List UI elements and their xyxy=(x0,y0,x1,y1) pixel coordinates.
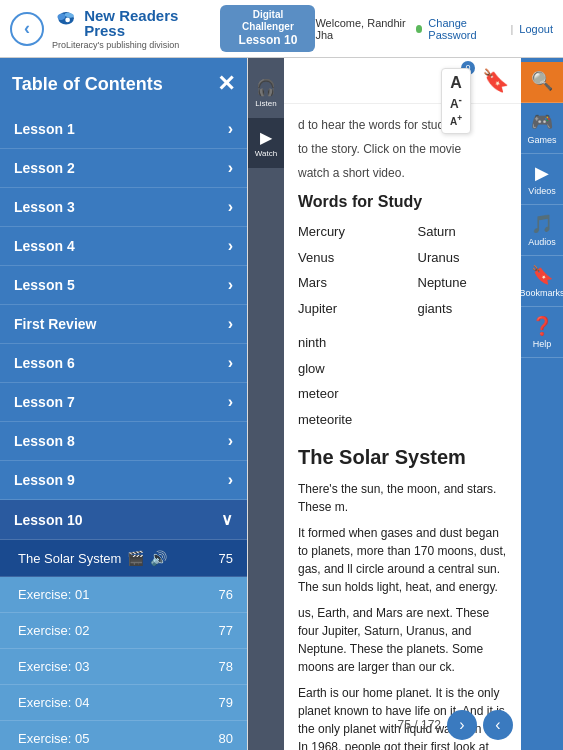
vocab-meteorite: meteorite xyxy=(298,407,507,433)
help-button[interactable]: ❓ Help xyxy=(521,307,563,358)
toc-exercise-02-page: 77 xyxy=(219,623,233,638)
toc-lesson-2-arrow: › xyxy=(228,159,233,177)
toc-exercise-03[interactable]: Exercise: 03 78 xyxy=(0,649,247,685)
logo: New Readers Press xyxy=(52,7,206,39)
word-neptune: Neptune xyxy=(418,271,508,295)
book-content: d to hear the words for study. to the st… xyxy=(284,58,521,750)
toc-exercise-03-page: 78 xyxy=(219,659,233,674)
toc-close-button[interactable]: ✕ xyxy=(217,71,235,97)
toc-lesson-7-label: Lesson 7 xyxy=(14,394,75,410)
toc-lesson-4-arrow: › xyxy=(228,237,233,255)
toc-lesson-4[interactable]: Lesson 4 › xyxy=(0,227,247,266)
page-current: 75 xyxy=(398,718,411,732)
toc-lesson-5[interactable]: Lesson 5 › xyxy=(0,266,247,305)
toc-lesson-6[interactable]: Lesson 6 › xyxy=(0,344,247,383)
bookmarks-icon: 🔖 xyxy=(531,264,553,286)
lesson-badge: Digital Challenger Lesson 10 xyxy=(220,5,315,51)
audios-icon: 🎵 xyxy=(531,213,553,235)
watch-button[interactable]: ▶ Watch xyxy=(248,118,284,168)
vocab-ninth: ninth xyxy=(298,330,507,356)
toc-lesson-8-arrow: › xyxy=(228,432,233,450)
words-grid: Mercury Saturn Venus Uranus Mars Neptune… xyxy=(298,220,507,320)
toc-lesson-2[interactable]: Lesson 2 › xyxy=(0,149,247,188)
content-top-bar: A A- A+ 📋 0 🔖 xyxy=(284,58,521,104)
content-para-3: us, Earth, and Mars are next. These four… xyxy=(298,604,507,676)
toc-lesson-7[interactable]: Lesson 7 › xyxy=(0,383,247,422)
bookmarks-label: Bookmarks xyxy=(520,288,564,298)
toc-lesson-8-label: Lesson 8 xyxy=(14,433,75,449)
toc-lesson-8[interactable]: Lesson 8 › xyxy=(0,422,247,461)
listen-button[interactable]: 🎧 Listen xyxy=(248,68,284,118)
badge-lesson: Lesson 10 xyxy=(230,33,305,47)
main-layout: Table of Contents ✕ Lesson 1 › Lesson 2 … xyxy=(0,58,563,750)
left-mini-bar: 🎧 Listen ▶ Watch xyxy=(248,58,284,750)
page-total: 172 xyxy=(421,718,441,732)
back-button[interactable]: ‹ xyxy=(10,12,44,46)
toc-exercise-05-label: Exercise: 05 xyxy=(18,731,90,746)
toc-exercise-04-label: Exercise: 04 xyxy=(18,695,90,710)
change-password-link[interactable]: Change Password xyxy=(428,17,504,41)
toc-solar-system[interactable]: The Solar System 🎬 🔊 75 xyxy=(0,540,247,577)
word-jupiter: Jupiter xyxy=(298,297,388,321)
games-label: Games xyxy=(527,135,556,145)
videos-icon: ▶ xyxy=(535,162,549,184)
games-icon: 🎮 xyxy=(531,111,553,133)
words-title: Words for Study xyxy=(298,190,507,214)
toc-lesson-3[interactable]: Lesson 3 › xyxy=(0,188,247,227)
logo-sub: ProLiteracy's publishing division xyxy=(52,40,206,50)
svg-point-3 xyxy=(65,18,70,23)
toc-lesson-4-label: Lesson 4 xyxy=(14,238,75,254)
word-giants: giants xyxy=(418,297,508,321)
toc-exercise-01-label: Exercise: 01 xyxy=(18,587,90,602)
toc-exercise-04[interactable]: Exercise: 04 79 xyxy=(0,685,247,721)
toc-exercise-01[interactable]: Exercise: 01 76 xyxy=(0,577,247,613)
watch-label: Watch xyxy=(255,149,277,158)
search-button[interactable]: 🔍 xyxy=(521,62,563,103)
content-area: 🎧 Listen ▶ Watch A A- A+ 📋 0 🔖 xyxy=(248,58,563,750)
toc-solar-system-label: The Solar System xyxy=(18,551,121,566)
word-venus: Venus xyxy=(298,246,388,270)
bookmark-button[interactable]: 🔖 xyxy=(477,63,513,99)
toc-first-review-label: First Review xyxy=(14,316,96,332)
videos-button[interactable]: ▶ Videos xyxy=(521,154,563,205)
toc-lesson-7-arrow: › xyxy=(228,393,233,411)
font-decrease-button[interactable]: A- xyxy=(450,95,462,110)
font-increase-button[interactable]: A xyxy=(450,75,462,91)
toc-lesson-9-arrow: › xyxy=(228,471,233,489)
toc-first-review[interactable]: First Review › xyxy=(0,305,247,344)
toc-list: Lesson 1 › Lesson 2 › Lesson 3 › Lesson … xyxy=(0,110,247,750)
toc-exercise-05[interactable]: Exercise: 05 80 xyxy=(0,721,247,750)
word-mars: Mars xyxy=(298,271,388,295)
games-button[interactable]: 🎮 Games xyxy=(521,103,563,154)
word-uranus: Uranus xyxy=(418,246,508,270)
audio-icon: 🔊 xyxy=(150,550,167,566)
toc-lesson-9-label: Lesson 9 xyxy=(14,472,75,488)
vocab-meteor: meteor xyxy=(298,381,507,407)
logout-link[interactable]: Logout xyxy=(519,23,553,35)
badge-challenger: Digital Challenger xyxy=(230,9,305,33)
toc-lesson-9[interactable]: Lesson 9 › xyxy=(0,461,247,500)
logo-icon xyxy=(52,7,80,39)
toc-lesson-2-label: Lesson 2 xyxy=(14,160,75,176)
font-reset-button[interactable]: A+ xyxy=(450,114,462,127)
toc-lesson-1[interactable]: Lesson 1 › xyxy=(0,110,247,149)
word-saturn: Saturn xyxy=(418,220,508,244)
next-page-button[interactable]: › xyxy=(447,710,477,740)
toc-lesson-10-arrow: ∨ xyxy=(221,510,233,529)
page-num-bar: 75 / 172 › ‹ xyxy=(398,710,513,740)
help-icon: ❓ xyxy=(531,315,553,337)
videos-label: Videos xyxy=(528,186,555,196)
welcome-area: Welcome, Randhir Jha Change Password | L… xyxy=(315,17,553,41)
logo-area: New Readers Press ProLiteracy's publishi… xyxy=(52,7,206,50)
toc-lesson-10-label: Lesson 10 xyxy=(14,512,82,528)
font-controls: A A- A+ xyxy=(441,68,471,134)
audios-button[interactable]: 🎵 Audios xyxy=(521,205,563,256)
toc-lesson-6-arrow: › xyxy=(228,354,233,372)
bookmarks-button[interactable]: 🔖 Bookmarks xyxy=(521,256,563,307)
prev-page-button[interactable]: ‹ xyxy=(483,710,513,740)
play-icon: ▶ xyxy=(260,128,272,147)
toc-lesson-10[interactable]: Lesson 10 ∨ xyxy=(0,500,247,540)
toc-exercise-02[interactable]: Exercise: 02 77 xyxy=(0,613,247,649)
toc-lesson-5-label: Lesson 5 xyxy=(14,277,75,293)
online-indicator xyxy=(416,25,423,33)
